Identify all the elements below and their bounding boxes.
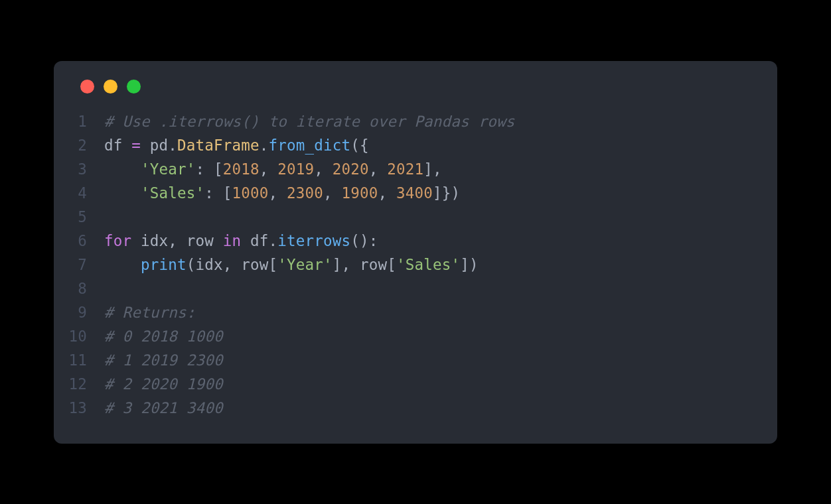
token: 'Sales' (141, 184, 204, 202)
code-content: 'Sales': [1000, 2300, 1900, 3400]}) (104, 181, 460, 205)
token: df (104, 137, 131, 154)
line-number: 3 (54, 157, 104, 181)
code-line: 10# 0 2018 1000 (54, 324, 777, 348)
token: ]}) (433, 184, 460, 202)
code-content: # 3 2021 3400 (104, 396, 223, 420)
window-titlebar (54, 76, 777, 109)
token: row (360, 256, 387, 273)
line-number: 9 (54, 300, 104, 324)
token: row (241, 256, 268, 273)
token: row (187, 232, 223, 249)
code-line: 3 'Year': [2018, 2019, 2020, 2021], (54, 157, 777, 181)
line-number: 5 (54, 205, 104, 229)
token: ({ (350, 137, 369, 154)
token: (): (350, 232, 378, 249)
token: idx (195, 256, 222, 273)
token: ], (423, 160, 442, 178)
token: , (223, 256, 242, 273)
token (104, 184, 141, 202)
token: iterrows (277, 232, 350, 249)
line-number: 10 (54, 324, 104, 348)
code-line: 13# 3 2021 3400 (54, 396, 777, 420)
code-line: 5 (54, 205, 777, 229)
token: ( (187, 256, 196, 273)
line-number: 11 (54, 348, 104, 372)
code-line: 4 'Sales': [1000, 2300, 1900, 3400]}) (54, 181, 777, 205)
code-content: # 1 2019 2300 (104, 348, 223, 372)
token: 2300 (287, 184, 323, 202)
line-number: 1 (54, 109, 104, 133)
code-content: print(idx, row['Year'], row['Sales']) (104, 253, 479, 277)
token: . (260, 137, 269, 154)
line-number: 7 (54, 253, 104, 277)
code-line: 9# Returns: (54, 300, 777, 324)
token: df (241, 232, 268, 249)
token (104, 256, 141, 273)
token: print (141, 256, 187, 273)
token: 2018 (223, 160, 260, 178)
token: 'Year' (141, 160, 195, 178)
token: # 3 2021 3400 (104, 399, 223, 416)
token: [ (387, 256, 396, 273)
token: # Returns: (104, 304, 195, 321)
code-editor[interactable]: 1# Use .iterrows() to iterate over Panda… (54, 109, 777, 420)
code-line: 12# 2 2020 1900 (54, 372, 777, 396)
token: , (314, 160, 333, 178)
token: in (223, 232, 242, 249)
code-line: 11# 1 2019 2300 (54, 348, 777, 372)
token (104, 160, 141, 178)
token: # 2 2020 1900 (104, 375, 223, 393)
token: ], (333, 256, 360, 273)
code-content (104, 205, 113, 229)
token: ]) (460, 256, 479, 273)
code-content: # 0 2018 1000 (104, 324, 223, 348)
token: = (131, 137, 141, 154)
token: . (269, 232, 278, 249)
line-number: 6 (54, 229, 104, 253)
code-content: # 2 2020 1900 (104, 372, 223, 396)
code-line: 8 (54, 277, 777, 300)
token: 1000 (232, 184, 268, 202)
token: 3400 (396, 184, 433, 202)
token: 2020 (333, 160, 369, 178)
code-content: # Use .iterrows() to iterate over Pandas… (104, 109, 515, 133)
token: 2019 (277, 160, 314, 178)
token: . (168, 137, 177, 154)
code-content: for idx, row in df.iterrows(): (104, 229, 378, 253)
line-number: 13 (54, 396, 104, 420)
token: 'Sales' (396, 256, 460, 273)
token: : [ (195, 160, 222, 178)
token: , (369, 160, 388, 178)
code-content: 'Year': [2018, 2019, 2020, 2021], (104, 157, 442, 181)
minimize-icon[interactable] (104, 80, 117, 94)
line-number: 12 (54, 372, 104, 396)
token: , (260, 160, 278, 178)
token: pd (141, 137, 168, 154)
token: for (104, 232, 131, 249)
code-line: 7 print(idx, row['Year'], row['Sales']) (54, 253, 777, 277)
token: , (268, 184, 287, 202)
token: 'Year' (277, 256, 332, 273)
code-line: 1# Use .iterrows() to iterate over Panda… (54, 109, 777, 133)
token: : [ (204, 184, 232, 202)
token: , (378, 184, 396, 202)
token: from_dict (268, 137, 350, 154)
code-line: 2df = pd.DataFrame.from_dict({ (54, 133, 777, 157)
token: 2021 (387, 160, 423, 178)
token: # 0 2018 1000 (104, 328, 223, 345)
line-number: 2 (54, 133, 104, 157)
token: , (323, 184, 342, 202)
code-content: # Returns: (104, 300, 195, 324)
line-number: 4 (54, 181, 104, 205)
code-line: 6for idx, row in df.iterrows(): (54, 229, 777, 253)
code-window: 1# Use .iterrows() to iterate over Panda… (54, 61, 777, 444)
code-content: df = pd.DataFrame.from_dict({ (104, 133, 369, 157)
token: , (168, 232, 187, 249)
token: # 1 2019 2300 (104, 351, 223, 369)
line-number: 8 (54, 277, 104, 300)
token: [ (268, 256, 277, 273)
token: idx (131, 232, 168, 249)
token: # Use .iterrows() to iterate over Pandas… (104, 113, 515, 130)
close-icon[interactable] (80, 80, 94, 94)
maximize-icon[interactable] (127, 80, 141, 94)
